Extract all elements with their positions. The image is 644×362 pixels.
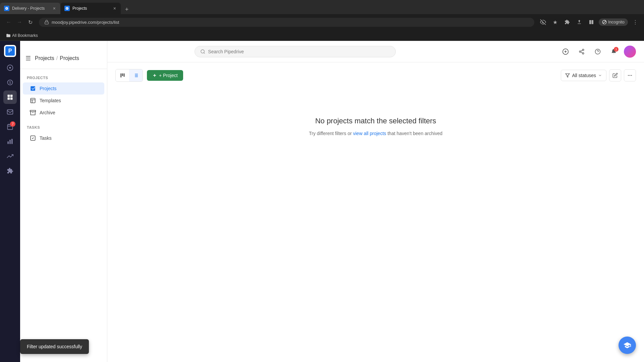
nav-deals[interactable]: $ — [3, 76, 17, 89]
svg-line-31 — [204, 52, 205, 53]
analytics-icon — [7, 153, 13, 160]
add-global-button[interactable] — [559, 46, 572, 58]
content-area: + Project All statuses — [107, 62, 644, 362]
top-header: 1 — [107, 41, 644, 62]
nav-mail[interactable] — [3, 105, 17, 119]
tasks-icon — [30, 135, 36, 141]
search-bar[interactable] — [195, 46, 396, 57]
svg-point-35 — [582, 49, 584, 51]
empty-state: No projects match the selected filters T… — [115, 90, 636, 163]
sidebar-item-templates[interactable]: Templates — [23, 95, 104, 107]
eye-slash-icon[interactable] — [538, 17, 548, 27]
view-all-projects-link[interactable]: view all projects — [353, 131, 386, 136]
url-text: moodjoy.pipedrive.com/projects/list — [52, 20, 529, 25]
toolbar-right: All statuses — [561, 69, 636, 81]
deals-icon: $ — [7, 79, 13, 86]
sidebar-archive-label: Archive — [40, 110, 55, 115]
tab-close-1[interactable]: × — [52, 5, 56, 12]
nav-home[interactable] — [3, 61, 17, 74]
tab-close-2[interactable]: × — [113, 5, 117, 12]
p-logo-mark: P — [5, 46, 15, 56]
kanban-view-button[interactable] — [116, 69, 129, 81]
tab-projects[interactable]: P Projects × — [60, 3, 121, 14]
menu-toggle-button[interactable]: ☰ — [25, 55, 31, 62]
projects-icon — [30, 85, 36, 92]
nav-projects[interactable] — [3, 90, 17, 104]
sidebar-item-projects[interactable]: Projects — [23, 82, 104, 95]
list-icon — [133, 73, 139, 78]
breadcrumb-separator: / — [56, 55, 58, 61]
svg-point-56 — [631, 75, 632, 76]
svg-point-54 — [628, 75, 629, 76]
pencil-icon — [612, 73, 618, 78]
notifications-button[interactable]: 1 — [608, 46, 620, 58]
more-options-button[interactable] — [624, 69, 636, 81]
templates-icon — [30, 97, 36, 104]
breadcrumb-current: Projects — [60, 55, 79, 61]
notification-badge: 1 — [614, 47, 619, 52]
sidebar: ☰ Projects / Projects PROJECTS Projects — [20, 41, 107, 362]
incognito-icon — [602, 20, 607, 24]
edit-filter-button[interactable] — [609, 69, 621, 81]
help-button[interactable] — [592, 46, 604, 58]
sidebar-item-archive[interactable]: Archive — [23, 107, 104, 119]
nav-calendar[interactable]: 7 — [3, 120, 17, 133]
search-input[interactable] — [208, 49, 390, 54]
toolbar: + Project All statuses — [115, 69, 636, 82]
add-project-button[interactable]: + Project — [147, 70, 183, 81]
svg-marker-53 — [566, 74, 570, 77]
svg-rect-23 — [11, 139, 12, 144]
help-icon — [595, 49, 601, 55]
svg-rect-15 — [10, 98, 13, 100]
sidebar-tasks-section: TASKS Tasks — [20, 125, 107, 144]
tab-favicon-2: P — [64, 6, 70, 11]
svg-rect-4 — [45, 22, 49, 24]
add-project-label: + Project — [159, 73, 178, 78]
svg-point-36 — [579, 51, 581, 52]
filter-button[interactable]: All statuses — [561, 70, 606, 81]
tasks-section-title: TASKS — [20, 125, 107, 132]
svg-point-37 — [582, 53, 584, 54]
help-fab-button[interactable] — [619, 337, 636, 354]
svg-text:P: P — [6, 7, 7, 9]
forward-button[interactable]: → — [15, 17, 24, 27]
search-container — [195, 46, 396, 57]
share-button[interactable] — [576, 46, 588, 58]
svg-rect-42 — [120, 73, 121, 77]
back-button[interactable]: ← — [4, 17, 13, 27]
star-icon[interactable]: ★ — [550, 17, 560, 27]
split-screen-icon[interactable] — [587, 17, 596, 27]
share-icon — [579, 49, 585, 55]
sidebar-item-tasks[interactable]: Tasks — [23, 132, 104, 144]
svg-line-39 — [581, 50, 582, 51]
dots-icon — [627, 73, 633, 78]
reload-button[interactable]: ↻ — [25, 17, 35, 27]
new-tab-button[interactable]: + — [122, 5, 131, 14]
projects-nav-icon — [7, 94, 13, 101]
nav-integrations[interactable] — [3, 164, 17, 178]
incognito-badge: Incognito — [599, 18, 628, 26]
breadcrumb: Projects / Projects — [35, 55, 79, 61]
header-right-actions: 1 — [559, 46, 636, 58]
url-bar[interactable]: moodjoy.pipedrive.com/projects/list — [39, 18, 534, 27]
integrations-icon — [7, 168, 13, 174]
empty-state-title: No projects match the selected filters — [315, 117, 436, 125]
mail-icon — [7, 109, 13, 115]
nav-reports[interactable] — [3, 135, 17, 148]
extension-icon[interactable] — [562, 17, 572, 27]
user-avatar[interactable] — [624, 46, 636, 58]
download-icon[interactable] — [575, 17, 584, 27]
toast-notification: Filter updated successfully — [20, 339, 89, 354]
svg-rect-13 — [10, 95, 13, 97]
breadcrumb-parent[interactable]: Projects — [35, 55, 54, 61]
more-options-button[interactable]: ⋮ — [631, 17, 640, 27]
empty-state-desc-prefix: Try different filters or — [309, 131, 353, 136]
projects-section-title: PROJECTS — [20, 76, 107, 82]
nav-analytics[interactable] — [3, 149, 17, 163]
pipedrive-logo[interactable]: P — [4, 45, 16, 57]
svg-rect-44 — [123, 73, 124, 77]
tab-delivery-projects[interactable]: P Delivery - Projects × — [0, 3, 60, 14]
bookmarks-folder[interactable]: All Bookmarks — [4, 33, 40, 39]
list-view-button[interactable] — [129, 69, 143, 81]
view-toggle — [115, 69, 143, 82]
